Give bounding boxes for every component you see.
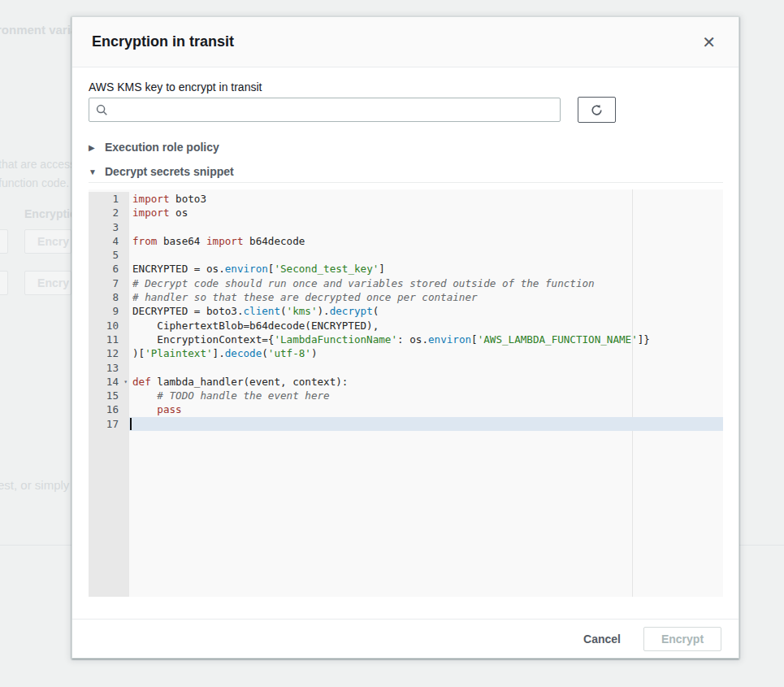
bg-partial-button-2 <box>0 271 8 295</box>
code-line[interactable]: 2import os <box>89 206 723 220</box>
code-line[interactable]: 5 <box>89 248 723 262</box>
editor-empty-area[interactable] <box>89 431 723 597</box>
execution-role-policy-expander[interactable]: ▶ Execution role policy <box>89 141 219 154</box>
refresh-button[interactable] <box>578 97 616 123</box>
code-text[interactable] <box>129 248 723 262</box>
code-text[interactable]: import os <box>129 206 723 220</box>
code-text[interactable]: EncryptionContext={'LambdaFunctionName':… <box>129 333 723 346</box>
line-number: 7 <box>89 276 129 290</box>
line-number: 1 <box>89 192 129 206</box>
line-number: 14▾ <box>89 375 129 389</box>
chevron-down-icon: ▼ <box>89 167 103 176</box>
code-line[interactable]: 9DECRYPTED = boto3.client('kms').decrypt… <box>89 304 723 318</box>
code-text[interactable]: def lambda_handler(event, context): <box>129 375 723 389</box>
code-text[interactable]: )['Plaintext'].decode('utf-8') <box>129 346 723 360</box>
section-divider <box>89 182 723 183</box>
code-text[interactable] <box>129 220 723 234</box>
decrypt-secrets-snippet-expander[interactable]: ▼ Decrypt secrets snippet <box>89 165 234 178</box>
code-text[interactable]: from base64 import b64decode <box>129 234 723 248</box>
code-line[interactable]: 15 # TODO handle the event here <box>89 389 723 402</box>
line-number: 3 <box>89 220 129 234</box>
line-number: 13 <box>89 361 129 375</box>
fold-arrow-icon[interactable]: ▾ <box>123 375 128 389</box>
code-line[interactable]: 14▾def lambda_handler(event, context): <box>89 375 723 389</box>
code-line[interactable]: 11 EncryptionContext={'LambdaFunctionNam… <box>89 333 723 346</box>
code-text[interactable]: # Decrypt code should run once and varia… <box>129 276 723 290</box>
line-number: 15 <box>89 389 129 402</box>
line-number: 2 <box>89 206 129 220</box>
code-line[interactable]: 10 CiphertextBlob=b64decode(ENCRYPTED), <box>89 319 723 333</box>
kms-key-search-box[interactable] <box>89 98 561 122</box>
text-cursor <box>130 418 132 430</box>
code-line[interactable]: 3 <box>89 220 723 234</box>
code-line[interactable]: 1import boto3 <box>89 192 723 206</box>
code-text[interactable]: ENCRYPTED = os.environ['Second_test_key'… <box>129 262 723 276</box>
bg-description-line-1: that are access <box>0 158 76 171</box>
code-text[interactable]: # handler so that these are decrypted on… <box>129 290 723 304</box>
kms-key-label: AWS KMS key to encrypt in transit <box>89 80 262 93</box>
code-line[interactable]: 7# Decrypt code should run once and vari… <box>89 276 723 290</box>
modal-title: Encryption in transit <box>92 33 234 50</box>
code-line[interactable]: 6ENCRYPTED = os.environ['Second_test_key… <box>89 262 723 276</box>
code-text[interactable]: DECRYPTED = boto3.client('kms').decrypt( <box>129 304 723 318</box>
encrypt-button[interactable]: Encrypt <box>643 627 721 651</box>
code-line[interactable]: 12)['Plaintext'].decode('utf-8') <box>89 346 723 360</box>
code-line[interactable]: 17 <box>89 417 723 431</box>
bg-encrypt-button-2: Encry <box>24 271 71 295</box>
refresh-icon <box>590 103 604 117</box>
line-number: 5 <box>89 248 129 262</box>
line-number: 16 <box>89 402 129 416</box>
kms-key-search-input[interactable] <box>113 98 560 121</box>
line-number: 4 <box>89 234 129 248</box>
line-number: 10 <box>89 319 129 333</box>
code-text[interactable]: pass <box>129 402 723 416</box>
line-number: 11 <box>89 333 129 346</box>
modal-header: Encryption in transit ✕ <box>72 17 739 67</box>
bg-partial-button-1 <box>0 229 8 254</box>
code-editor[interactable]: 1import boto32import os34from base64 imp… <box>89 189 723 597</box>
chevron-right-icon: ▶ <box>89 143 103 152</box>
code-line[interactable]: 16 pass <box>89 402 723 416</box>
line-number: 6 <box>89 262 129 276</box>
encryption-in-transit-modal: Encryption in transit ✕ AWS KMS key to e… <box>71 16 739 659</box>
gutter-filler <box>89 431 129 597</box>
line-number: 12 <box>89 346 129 360</box>
code-text[interactable]: # TODO handle the event here <box>129 389 723 402</box>
code-line[interactable]: 13 <box>89 361 723 375</box>
code-line[interactable]: 4from base64 import b64decode <box>89 234 723 248</box>
line-number: 9 <box>89 304 129 318</box>
cancel-button[interactable]: Cancel <box>583 633 621 646</box>
close-icon[interactable]: ✕ <box>699 33 719 52</box>
code-lines: 1import boto32import os34from base64 imp… <box>89 189 723 597</box>
code-text[interactable]: CiphertextBlob=b64decode(ENCRYPTED), <box>129 319 723 333</box>
code-text[interactable] <box>129 361 723 375</box>
execution-role-policy-label: Execution role policy <box>105 141 219 154</box>
code-text[interactable] <box>129 417 723 431</box>
bg-description-line-2: function code. <box>0 176 69 189</box>
modal-footer: Cancel Encrypt <box>72 619 739 658</box>
code-text[interactable]: import boto3 <box>129 192 723 206</box>
bg-encryption-label: Encryptio <box>24 207 77 220</box>
bg-encrypt-button-1: Encry <box>24 229 71 254</box>
decrypt-secrets-snippet-label: Decrypt secrets snippet <box>105 165 234 178</box>
search-icon <box>96 104 108 116</box>
bg-environment-variables-heading: ronment varia <box>0 23 77 37</box>
line-number: 17 <box>89 417 129 431</box>
line-number: 8 <box>89 290 129 304</box>
code-line[interactable]: 8# handler so that these are decrypted o… <box>89 290 723 304</box>
